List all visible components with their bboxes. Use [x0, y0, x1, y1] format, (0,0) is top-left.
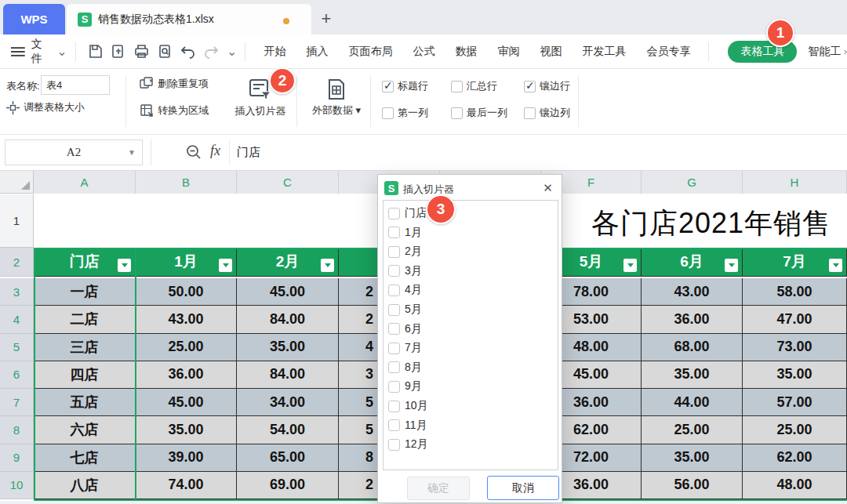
slicer-field-4月[interactable]: 4月: [388, 282, 422, 298]
cell-r5-cA[interactable]: 三店: [34, 334, 136, 361]
file-menu-caret-icon[interactable]: ⌄: [56, 44, 67, 59]
name-box-caret-icon[interactable]: ▼: [128, 148, 136, 157]
cell-r7-cB[interactable]: 45.00: [136, 389, 237, 416]
row-header-2[interactable]: 2: [0, 248, 34, 277]
cell-r3-cC[interactable]: 45.00: [237, 278, 339, 306]
cell-r8-cA[interactable]: 六店: [34, 416, 136, 444]
3月-checkbox[interactable]: [388, 265, 400, 277]
menu-公式[interactable]: 公式: [413, 45, 434, 59]
menu-页面布局[interactable]: 页面布局: [348, 45, 392, 59]
table-header-2月[interactable]: 2月: [237, 248, 339, 277]
cell-r9-cC[interactable]: 65.00: [237, 444, 339, 472]
2月-checkbox[interactable]: [388, 246, 400, 258]
new-tab-button[interactable]: +: [315, 8, 337, 30]
cell-r6-cC[interactable]: 84.00: [237, 361, 339, 389]
cell-r7-cC[interactable]: 34.00: [237, 389, 339, 416]
cell-r10-cC[interactable]: 69.00: [237, 472, 339, 499]
5月-checkbox[interactable]: [388, 304, 400, 316]
cell-r4-cG[interactable]: 36.00: [642, 306, 743, 333]
slicer-field-11月[interactable]: 11月: [388, 418, 427, 433]
select-all-corner[interactable]: [0, 171, 34, 194]
cell-r3-cH[interactable]: 58.00: [743, 278, 847, 306]
file-menu[interactable]: 文件: [31, 38, 53, 66]
row-header-10[interactable]: 10: [0, 472, 34, 499]
row-header-5[interactable]: 5: [0, 334, 34, 361]
slicer-field-10月[interactable]: 10月: [388, 398, 428, 414]
column-header-B[interactable]: B: [136, 171, 237, 194]
menu-数据[interactable]: 数据: [455, 45, 477, 59]
cell-r6-cH[interactable]: 35.00: [743, 361, 847, 389]
menu-审阅[interactable]: 审阅: [497, 45, 519, 59]
dialog-cancel-button[interactable]: 取消: [487, 476, 559, 500]
cell-r9-cA[interactable]: 七店: [34, 444, 136, 472]
cell-r10-cH[interactable]: 48.00: [743, 472, 847, 499]
menu-overflow-chevron-icon[interactable]: ›: [844, 45, 847, 57]
menu-视图[interactable]: 视图: [540, 45, 562, 59]
row-header-7[interactable]: 7: [0, 389, 34, 416]
zoom-out-formula-icon[interactable]: [185, 143, 202, 161]
slicer-field-7月[interactable]: 7月: [388, 340, 422, 356]
output-pdf-button[interactable]: [108, 42, 129, 62]
10月-checkbox[interactable]: [388, 401, 400, 412]
4月-checkbox[interactable]: [388, 285, 400, 296]
filter-dropdown-icon[interactable]: [219, 259, 232, 272]
table-header-1月[interactable]: 1月: [136, 248, 237, 277]
print-button[interactable]: [132, 42, 152, 62]
print-preview-button[interactable]: [154, 42, 175, 62]
slicer-field-6月[interactable]: 6月: [388, 321, 422, 337]
fx-icon[interactable]: fx: [210, 143, 220, 159]
menu-插入[interactable]: 插入: [306, 45, 328, 59]
slicer-field-8月[interactable]: 8月: [388, 360, 422, 375]
menu-开始[interactable]: 开始: [264, 45, 285, 59]
cell-r10-cB[interactable]: 74.00: [136, 472, 237, 499]
dialog-ok-button[interactable]: 确定: [407, 477, 470, 500]
cell-r5-cC[interactable]: 35.00: [237, 334, 339, 361]
row-header-8[interactable]: 8: [0, 416, 34, 444]
toolbar-more-caret-icon[interactable]: ⌄: [227, 44, 237, 59]
cell-r8-cC[interactable]: 54.00: [237, 416, 339, 444]
name-box[interactable]: A2 ▼: [5, 140, 143, 165]
formula-content[interactable]: 门店: [237, 145, 260, 160]
filter-dropdown-icon[interactable]: [321, 259, 334, 272]
slicer-field-1月[interactable]: 1月: [388, 225, 422, 241]
1月-checkbox[interactable]: [388, 227, 400, 238]
undo-button[interactable]: [178, 42, 198, 62]
7月-checkbox[interactable]: [388, 343, 400, 354]
cell-r5-cB[interactable]: 25.00: [136, 334, 237, 361]
filter-dropdown-icon[interactable]: [829, 259, 842, 272]
row-header-9[interactable]: 9: [0, 444, 34, 472]
12月-checkbox[interactable]: [388, 439, 400, 451]
column-header-A[interactable]: A: [34, 171, 136, 194]
slicer-field-3月[interactable]: 3月: [388, 263, 422, 279]
cell-r10-cG[interactable]: 56.00: [642, 472, 743, 499]
filter-dropdown-icon[interactable]: [118, 259, 131, 272]
hamburger-menu-icon[interactable]: [11, 46, 25, 57]
cell-r3-cA[interactable]: 一店: [34, 278, 136, 306]
6月-checkbox[interactable]: [388, 323, 400, 335]
slicer-field-2月[interactable]: 2月: [388, 244, 422, 259]
slicer-field-5月[interactable]: 5月: [388, 302, 422, 317]
slicer-field-12月[interactable]: 12月: [388, 437, 428, 452]
cell-r4-cC[interactable]: 84.00: [237, 306, 339, 333]
cell-r6-cA[interactable]: 四店: [34, 361, 136, 389]
document-tab[interactable]: S 销售数据动态表格1.xlsx: [67, 4, 311, 34]
column-header-G[interactable]: G: [642, 171, 743, 194]
cell-r9-cB[interactable]: 39.00: [136, 444, 237, 472]
redo-button[interactable]: [201, 42, 221, 62]
cell-r8-cB[interactable]: 35.00: [136, 416, 237, 444]
cell-r8-cG[interactable]: 25.00: [642, 416, 743, 444]
cell-r9-cH[interactable]: 62.00: [743, 444, 847, 472]
column-header-C[interactable]: C: [237, 171, 339, 194]
column-header-H[interactable]: H: [743, 171, 847, 194]
wps-home-tab[interactable]: WPS: [3, 4, 65, 34]
11月-checkbox[interactable]: [388, 419, 400, 431]
save-button[interactable]: [85, 42, 106, 62]
cell-r5-cG[interactable]: 68.00: [642, 334, 743, 361]
menu-会员专享[interactable]: 会员专享: [646, 45, 690, 59]
cell-r7-cG[interactable]: 44.00: [642, 389, 743, 416]
table-header-门店[interactable]: 门店: [34, 248, 136, 277]
row-header-1[interactable]: 1: [0, 194, 34, 248]
cell-r6-cG[interactable]: 35.00: [642, 361, 743, 389]
filter-dropdown-icon[interactable]: [725, 259, 738, 272]
table-header-7月[interactable]: 7月: [743, 248, 847, 277]
